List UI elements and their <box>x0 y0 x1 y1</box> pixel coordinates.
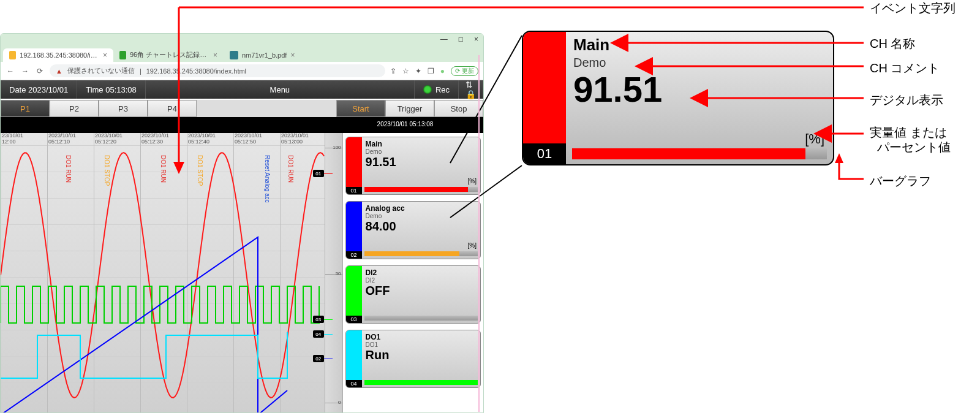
lock-icon[interactable]: ⇅🔒 <box>459 80 483 99</box>
url-sep: | <box>140 67 141 75</box>
card-ch-comment: Demo <box>366 213 477 219</box>
tab-title-2: nm71vr1_b.pdf <box>242 51 287 59</box>
svg-marker-9 <box>835 153 843 163</box>
app-header: Date 2023/10/01 Time 05:13:08 Menu Rec ⇅… <box>1 80 483 99</box>
callout-ch-comment: Demo <box>573 56 826 70</box>
card-bar <box>364 187 469 192</box>
header-date: Date 2023/10/01 <box>1 80 77 99</box>
waveform-svg <box>1 133 325 413</box>
browser-tab-0[interactable]: 192.168.35.245:38080/index.html × <box>3 48 113 62</box>
card-ch-comment: DO1 <box>366 341 477 348</box>
browser-tab-strip: 192.168.35.245:38080/index.html × 96角 チャ… <box>1 45 483 62</box>
page-tab-p2[interactable]: P2 <box>50 100 99 117</box>
header-time: Time 05:13:08 <box>77 80 146 99</box>
callout-unit: [%] <box>805 131 824 147</box>
card-ch-name: DI2 <box>366 268 477 277</box>
tab-close-0[interactable]: × <box>103 51 107 59</box>
ruler-badge-03: 03 <box>313 316 324 323</box>
share-icon[interactable]: ⇪ <box>390 67 396 75</box>
win-min[interactable]: — <box>440 35 448 44</box>
card-unit: [%] <box>468 242 477 249</box>
card-value: Run <box>366 348 477 362</box>
callout-ch-name: Main <box>573 36 826 55</box>
card-bar <box>364 380 478 385</box>
card-color-swatch <box>346 330 362 380</box>
callout-digital-value: 91.51 <box>573 69 826 110</box>
anno-event-string: イベント文字列 <box>870 0 956 17</box>
tab-title-1: 96角 チャートレス記録計 71VR1 | <box>130 50 209 59</box>
channel-card-list: 01MainDemo91.51[%]02Analog accDemo84.00[… <box>343 133 483 413</box>
card-value: 91.51 <box>366 155 477 169</box>
card-ch-name: Analog acc <box>366 204 477 213</box>
ruler-badge-02: 02 <box>313 355 324 362</box>
url-box[interactable]: ▲ 保護されていない通信 | 192.168.35.245:38080/inde… <box>50 64 385 77</box>
start-button[interactable]: Start <box>336 100 385 117</box>
rec-button[interactable]: Rec <box>415 80 459 99</box>
insecure-text: 保護されていない通信 <box>67 66 135 75</box>
card-number: 03 <box>346 316 362 323</box>
favicon-1 <box>119 51 126 59</box>
anno-bargraph: バーグラフ <box>870 173 931 189</box>
stop-button[interactable]: Stop <box>434 100 483 117</box>
card-unit: [%] <box>468 178 477 184</box>
insecure-icon: ▲ <box>56 67 62 75</box>
account-icon[interactable]: ● <box>440 67 445 75</box>
chart-timestamp-banner: 2023/10/01 05:13:08 <box>327 120 483 129</box>
callout-color-swatch <box>523 32 566 143</box>
address-bar: ← → ⟳ ▲ 保護されていない通信 | 192.168.35.245:3808… <box>1 62 483 80</box>
card-ch-name: Main <box>366 140 477 148</box>
page-tab-p1[interactable]: P1 <box>1 100 50 117</box>
browser-tab-2[interactable]: nm71vr1_b.pdf × <box>224 48 301 62</box>
anno-unit-2: パーセント値 <box>877 139 951 156</box>
y-axis-ruler: 10050001030402 <box>325 133 343 413</box>
favicon-0 <box>9 51 16 59</box>
page-tab-row: P1 P2 P3 P4 Start Trigger Stop <box>1 100 483 117</box>
win-max[interactable]: □ <box>459 35 463 44</box>
channel-card-02[interactable]: 02Analog accDemo84.00[%] <box>345 201 481 259</box>
page-tab-p3[interactable]: P3 <box>99 100 148 117</box>
extensions-icon[interactable]: ✦ <box>415 67 421 75</box>
callout-channel-number: 01 <box>523 143 566 164</box>
card-value: 84.00 <box>366 219 477 234</box>
card-color-swatch <box>346 137 362 187</box>
nav-back-icon[interactable]: ← <box>6 67 15 75</box>
card-color-swatch <box>346 202 362 251</box>
url-text: 192.168.35.245:38080/index.html <box>146 67 246 75</box>
trigger-button[interactable]: Trigger <box>385 100 434 117</box>
anno-ch-comment: CH コメント <box>870 60 940 77</box>
tab-close-1[interactable]: × <box>213 51 217 59</box>
tab-title-0: 192.168.35.245:38080/index.html <box>20 51 99 59</box>
star-icon[interactable]: ☆ <box>402 67 409 75</box>
channel-card-03[interactable]: 03DI2DI2OFF <box>345 265 481 324</box>
win-close[interactable]: × <box>474 35 478 44</box>
callout-card: 01 Main Demo 91.51 [%] <box>522 31 834 165</box>
ruler-badge-04: 04 <box>313 330 324 338</box>
callout-bar <box>572 148 805 159</box>
card-color-swatch <box>346 266 362 316</box>
browser-window: — □ × 192.168.35.245:38080/index.html × … <box>0 33 484 413</box>
card-number: 01 <box>346 187 362 194</box>
rec-dot-icon <box>423 85 432 94</box>
card-ch-name: DO1 <box>366 333 477 341</box>
tab-close-2[interactable]: × <box>290 51 295 59</box>
page-tab-p4[interactable]: P4 <box>148 100 197 117</box>
downloads-icon[interactable]: ❐ <box>428 67 434 75</box>
channel-card-01[interactable]: 01MainDemo91.51[%] <box>345 137 481 195</box>
nav-reload-icon[interactable]: ⟳ <box>35 67 45 75</box>
card-bar <box>364 251 460 256</box>
ruler-badge-01: 01 <box>313 170 324 177</box>
card-number: 04 <box>346 380 362 387</box>
nav-forward-icon[interactable]: → <box>20 67 30 75</box>
channel-card-04[interactable]: 04DO1DO1Run <box>345 330 481 388</box>
card-number: 02 <box>346 251 362 259</box>
update-button[interactable]: ⟳更新 <box>451 66 478 76</box>
anno-unit-1: 実量値 または <box>870 124 947 141</box>
card-value: OFF <box>366 284 477 298</box>
card-ch-comment: Demo <box>366 148 477 155</box>
browser-tab-1[interactable]: 96角 チャートレス記録計 71VR1 | × <box>113 48 224 62</box>
favicon-2 <box>230 51 238 59</box>
trend-chart[interactable]: 23/10/0112:002023/10/0105:12:102023/10/0… <box>1 133 325 413</box>
anno-ch-name: CH 名称 <box>870 36 915 52</box>
menu-button[interactable]: Menu <box>146 80 415 99</box>
card-ch-comment: DI2 <box>366 277 477 284</box>
